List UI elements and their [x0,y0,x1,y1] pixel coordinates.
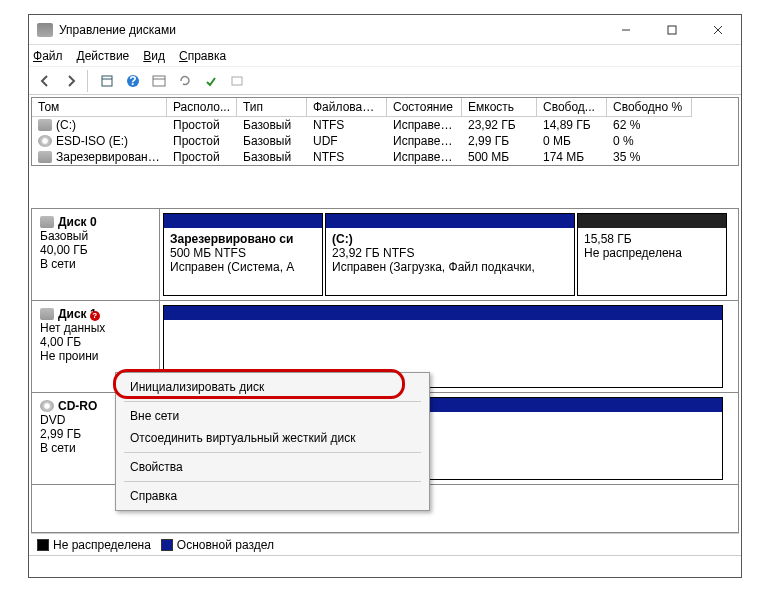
partition-header [326,214,574,228]
menubar: Файл Действие Вид Справка [29,45,741,67]
action-list-button[interactable] [147,70,171,92]
table-row[interactable]: Зарезервировано...ПростойБазовыйNTFSИспр… [32,149,738,165]
menu-action[interactable]: Действие [77,49,130,63]
back-button[interactable] [33,70,57,92]
partition[interactable]: Зарезервировано си500 МБ NTFSИсправен (С… [163,213,323,296]
disk-icon [40,308,54,320]
svg-text:?: ? [129,74,136,88]
col-pct[interactable]: Свободно % [607,98,692,117]
show-hide-button[interactable] [95,70,119,92]
disk-row: Диск 0Базовый40,00 ГБВ сетиЗарезервирова… [32,209,738,301]
volume-table: Том Располо... Тип Файловая с... Состоян… [31,97,739,166]
maximize-button[interactable] [649,15,695,45]
legend-unalloc: Не распределена [37,538,151,552]
svg-rect-4 [102,76,112,86]
disk-icon [40,216,54,228]
table-header: Том Располо... Тип Файловая с... Состоян… [32,98,738,117]
partition-header [164,214,322,228]
partition[interactable]: 15,58 ГБНе распределена [577,213,727,296]
volume-icon [38,151,52,163]
menu-file[interactable]: Файл [33,49,63,63]
disk-icon [40,400,54,412]
ctx-detach[interactable]: Отсоединить виртуальный жесткий диск [118,427,427,449]
disk-info[interactable]: Диск 0Базовый40,00 ГБВ сети [32,209,160,300]
legend-primary: Основной раздел [161,538,274,552]
help-icon[interactable]: ? [121,70,145,92]
titlebar: Управление дисками [29,15,741,45]
table-row[interactable]: ESD-ISO (E:)ПростойБазовыйUDFИсправен...… [32,133,738,149]
partition[interactable]: (C:)23,92 ГБ NTFSИсправен (Загрузка, Фай… [325,213,575,296]
ctx-sep [124,452,421,453]
close-button[interactable] [695,15,741,45]
col-cap[interactable]: Емкость [462,98,537,117]
context-menu: Инициализировать диск Вне сети Отсоедини… [115,372,430,511]
forward-button[interactable] [59,70,83,92]
toolbar: ? [29,67,741,95]
col-free[interactable]: Свобод... [537,98,607,117]
svg-rect-8 [153,76,165,86]
ctx-properties[interactable]: Свойства [118,456,427,478]
swatch-blue [161,539,173,551]
volume-icon [38,135,52,147]
svg-rect-10 [232,77,242,85]
partition-header [578,214,726,228]
toolbar-sep [87,70,91,92]
more-button[interactable] [225,70,249,92]
ctx-offline[interactable]: Вне сети [118,405,427,427]
svg-rect-1 [668,26,676,34]
ctx-initialize[interactable]: Инициализировать диск [118,376,427,398]
rescan-button[interactable] [199,70,223,92]
col-fs[interactable]: Файловая с... [307,98,387,117]
ctx-help[interactable]: Справка [118,485,427,507]
menu-help[interactable]: Справка [179,49,226,63]
ctx-sep [124,401,421,402]
minimize-button[interactable] [603,15,649,45]
refresh-button[interactable] [173,70,197,92]
partition-header [164,306,722,320]
spacer [31,166,739,208]
table-body: (C:)ПростойБазовыйNTFSИсправен...23,92 Г… [32,117,738,165]
col-type[interactable]: Тип [237,98,307,117]
window-title: Управление дисками [59,23,603,37]
menu-view[interactable]: Вид [143,49,165,63]
statusbar [29,555,741,577]
app-icon [37,23,53,37]
partitions: Зарезервировано си500 МБ NTFSИсправен (С… [160,209,738,300]
ctx-sep [124,481,421,482]
col-state[interactable]: Состояние [387,98,462,117]
legend: Не распределена Основной раздел [31,533,739,555]
col-volume[interactable]: Том [32,98,167,117]
volume-icon [38,119,52,131]
swatch-black [37,539,49,551]
table-row[interactable]: (C:)ПростойБазовыйNTFSИсправен...23,92 Г… [32,117,738,133]
col-layout[interactable]: Располо... [167,98,237,117]
